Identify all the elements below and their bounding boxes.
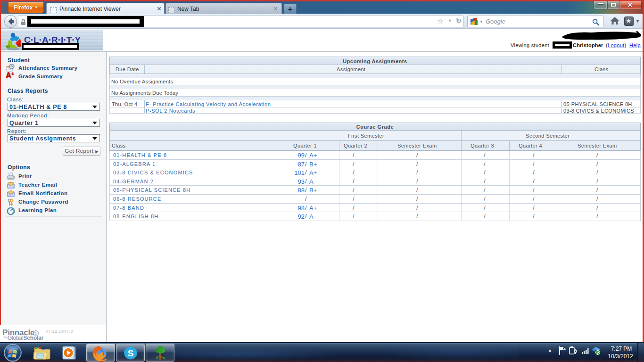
svg-text:S: S	[128, 348, 134, 358]
